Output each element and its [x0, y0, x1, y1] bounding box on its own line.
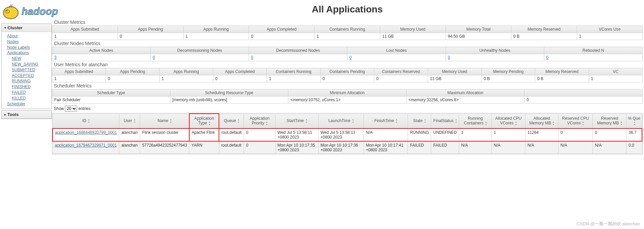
sidebar-link-node-labels[interactable]: Node Labels [7, 45, 50, 50]
metrics-header [524, 89, 643, 97]
sort-icon: ▴▾ [553, 121, 554, 126]
apps-cell-name: 57726a49423252477943 [140, 141, 189, 154]
apps-cell-state: FAILED [408, 141, 431, 154]
apps-cell-queue: root.default [219, 128, 244, 141]
apps-cell-pct: 36.7 [626, 128, 642, 141]
apps-column-header[interactable]: Application Type ▴▾ [189, 114, 219, 128]
user-metrics-title: User Metrics for alanchan [54, 62, 643, 67]
apps-cell-running_containers: N/A [459, 141, 492, 154]
metrics-value: 0 [249, 54, 347, 61]
application-id-link[interactable]: application_1679467329971_0001 [55, 143, 117, 148]
metrics-header: Apps Pending [118, 26, 183, 33]
scheduler-metrics-table: Scheduler TypeScheduling Resource TypeMi… [52, 89, 643, 104]
metrics-value: 0 [347, 54, 446, 61]
sidebar-app-state-new_saving[interactable]: NEW_SAVING [12, 62, 50, 67]
apps-cell-queue: root.default [219, 141, 244, 154]
apps-cell-name: Flink session cluster [140, 128, 189, 141]
apps-cell-user: alanchan [119, 128, 140, 141]
metrics-value: 0 [524, 97, 643, 104]
metrics-value: 0 B [511, 33, 577, 40]
sidebar-app-state-failed[interactable]: FAILED [12, 90, 50, 96]
apps-column-header[interactable]: Running Containers ▴▾ [459, 114, 492, 128]
metrics-value: 1 [589, 75, 642, 82]
sidebar-app-states: NEWNEW_SAVINGSUBMITTEDACCEPTEDRUNNINGFIN… [12, 56, 50, 101]
apps-column-header[interactable]: Allocated Memory MB ▴▾ [525, 114, 558, 128]
apps-column-header[interactable]: State ▴▾ [408, 114, 431, 128]
sidebar-cluster-header[interactable]: Cluster [2, 24, 52, 32]
sort-icon: ▴▾ [134, 118, 135, 124]
table-row: application_1679467329971_0001alanchan57… [53, 141, 642, 154]
apps-cell-user: alanchan [119, 141, 140, 154]
sidebar-app-state-killed[interactable]: KILLED [12, 96, 50, 101]
metrics-value: 0 [249, 33, 315, 40]
apps-column-header[interactable]: User ▴▾ [119, 114, 140, 128]
sort-icon: ▴▾ [396, 118, 397, 124]
apps-cell-type: YARN [189, 141, 219, 154]
sidebar-app-state-running[interactable]: RUNNING [12, 78, 50, 84]
sidebar-app-state-accepted[interactable]: ACCEPTED [12, 73, 50, 79]
apps-column-header[interactable]: Name ▴▾ [140, 114, 189, 128]
sidebar-link-scheduler[interactable]: Scheduler [7, 101, 50, 107]
metrics-header: Scheduler Type [52, 89, 170, 97]
metrics-header: Containers Reserved [374, 68, 428, 75]
metrics-header: Decommissioned Nodes [249, 47, 347, 54]
apps-column-header[interactable]: % Que ▴▾ [626, 114, 642, 128]
sort-icon: ▴▾ [634, 121, 635, 126]
metrics-value: 94.50 GB [446, 33, 511, 40]
scheduler-metrics-title: Scheduler Metrics [54, 83, 643, 88]
metrics-header: Containers Pending [320, 68, 374, 75]
metrics-header: Containers Running [315, 26, 380, 33]
sidebar-app-state-new[interactable]: NEW [12, 56, 50, 62]
cluster-metrics-title: Cluster Metrics [54, 20, 643, 25]
apps-column-header[interactable]: ID ▴▾ [53, 114, 119, 128]
apps-cell-start: Mon Apr 10 10:17:35 +0800 2023 [275, 141, 318, 154]
apps-column-header[interactable]: Reserved CPU VCores ▴▾ [558, 114, 593, 128]
sort-icon: ▴▾ [266, 121, 267, 126]
apps-column-header[interactable]: Allocated CPU VCores ▴▾ [491, 114, 525, 128]
apps-cell-finish: N/A [364, 128, 408, 141]
apps-column-header[interactable]: Application Priority ▴▾ [244, 114, 275, 128]
metrics-header: Unhealthy Nodes [446, 47, 544, 54]
metrics-header: Apps Submitted [52, 26, 118, 33]
apps-column-header[interactable]: Reserved Memory MB ▴▾ [593, 114, 626, 128]
sidebar-tools-header[interactable]: Tools [2, 111, 52, 119]
sidebar-link-applications[interactable]: Applications [7, 50, 50, 56]
apps-column-header[interactable]: LaunchTime ▴▾ [318, 114, 364, 128]
metrics-value: 0 [544, 54, 642, 61]
sidebar-link-nodes[interactable]: Nodes [7, 39, 50, 45]
sidebar-app-state-submitted[interactable]: SUBMITTED [12, 67, 50, 73]
metrics-header: VCores Use [577, 26, 643, 33]
sort-icon: ▴▾ [455, 118, 457, 124]
application-id-link[interactable]: application_1688448920799_0001 [55, 130, 117, 135]
metrics-header: Memory Pending [481, 68, 535, 75]
metrics-header: Scheduling Resource Type [170, 89, 288, 97]
metrics-value: 0 [151, 54, 249, 61]
metrics-value: 0 B [481, 75, 535, 82]
apps-cell-priority: 0 [244, 128, 275, 141]
metrics-header: Memory Used [380, 26, 446, 33]
metrics-value: <memory:32256, vCores:8> [406, 97, 524, 104]
metrics-value: [memory-mb (unit=Mi), vcores] [170, 97, 288, 104]
apps-column-header[interactable]: FinishTime ▴▾ [364, 114, 408, 128]
sidebar-link-about[interactable]: About [7, 33, 50, 39]
apps-cell-id: application_1679467329971_0001 [53, 141, 119, 154]
apps-column-header[interactable]: Queue ▴▾ [219, 114, 244, 128]
apps-cell-res_mem: N/A [593, 141, 626, 154]
metrics-header: VC [589, 68, 642, 75]
metrics-header: Decommissioning Nodes [151, 47, 249, 54]
apps-cell-running_containers: 1 [459, 128, 492, 141]
metrics-header: Memory Used [428, 68, 481, 75]
metrics-value: 11 GB [380, 33, 446, 40]
apps-cell-res_vcores: 0 [558, 128, 593, 141]
show-entries-select[interactable]: 20 [65, 106, 77, 112]
sidebar-app-state-finished[interactable]: FINISHED [12, 84, 50, 90]
apps-cell-final: UNDEFINED [431, 128, 459, 141]
metrics-value: 0 [213, 75, 267, 82]
apps-cell-state: RUNNING [408, 128, 431, 141]
apps-column-header[interactable]: FinalStatus ▴▾ [431, 114, 459, 128]
apps-cell-pct: 0.0 [626, 141, 642, 154]
metrics-value: 1 [159, 75, 213, 82]
metrics-value: 0 [446, 54, 544, 61]
apps-column-header[interactable]: StartTime ▴▾ [275, 114, 318, 128]
apps-cell-id: application_1688448920799_0001 [53, 128, 119, 141]
